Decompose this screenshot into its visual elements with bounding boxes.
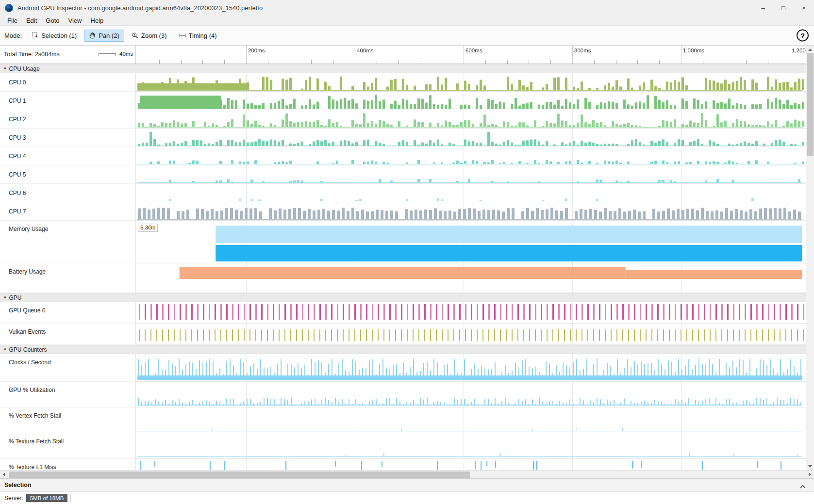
selection-mode-label: Selection (1): [41, 32, 77, 39]
track-chart-battery-usage[interactable]: [136, 263, 806, 293]
close-button[interactable]: ×: [794, 0, 814, 16]
track-chart-texture-l1-miss[interactable]: [136, 459, 806, 470]
track-row-texture-fetch-stall: % Texture Fetch Stall: [0, 433, 806, 459]
zoom-mode-label: Zoom (3): [141, 32, 167, 39]
ruler-tick-label: 1,000ms: [683, 48, 704, 53]
menu-item-view[interactable]: View: [64, 17, 86, 24]
ruler-chart[interactable]: 200ms400ms600ms800ms1,000ms1,200ms: [136, 46, 806, 64]
scroll-left-arrow-icon[interactable]: [0, 471, 8, 478]
scroll-up-arrow-icon[interactable]: [806, 46, 814, 53]
minimize-button[interactable]: –: [753, 0, 773, 16]
menu-item-help[interactable]: Help: [86, 17, 108, 24]
ruler-tick-label: 600ms: [465, 48, 482, 53]
server-memory-badge: 5MB of 18MB: [26, 494, 68, 502]
vertical-scrollbar[interactable]: [806, 46, 814, 470]
app-logo-icon: [5, 4, 13, 12]
ruler-tick-label: 400ms: [357, 48, 374, 53]
collapse-triangle-icon: ▾: [4, 347, 6, 352]
track-chart-cpu-6[interactable]: [136, 184, 806, 202]
track-label: CPU 0: [0, 73, 136, 92]
group-header-cpu-usage[interactable]: ▾CPU Usage: [0, 64, 806, 73]
scale-label: 40ms: [119, 51, 133, 57]
track-chart-memory-usage[interactable]: [136, 221, 806, 263]
pan-hand-icon: [89, 32, 96, 39]
track-row-cpu-6: CPU 6: [0, 184, 806, 202]
horizontal-scrollbar[interactable]: [0, 470, 814, 478]
track-row-vertex-fetch-stall: % Vertex Fetch Stall: [0, 407, 806, 433]
track-label: % Vertex Fetch Stall: [0, 407, 136, 433]
track-chart-cpu-5[interactable]: [136, 165, 806, 184]
track-chart-cpu-4[interactable]: [136, 147, 806, 165]
track-row-texture-l1-miss: % Texture L1 Miss: [0, 459, 806, 470]
memory-value-label: 5.3Gb: [138, 224, 158, 232]
track-label: % Texture Fetch Stall: [0, 433, 136, 459]
menu-item-edit[interactable]: Edit: [22, 17, 41, 24]
timing-mode-button[interactable]: Timing (4): [174, 30, 222, 42]
track-chart-gpu-utilization[interactable]: [136, 382, 806, 407]
track-row-cpu-3: CPU 3: [0, 129, 806, 147]
track-label: CPU 3: [0, 129, 136, 147]
ruler-tick-label: 200ms: [248, 48, 265, 53]
zoom-mode-button[interactable]: Zoom (3): [127, 30, 172, 42]
window-controls: – □ ×: [753, 0, 814, 16]
total-time-label: Total Time: 2s084ms: [4, 51, 60, 58]
titlebar: Android GPU Inspector - com.google.andro…: [0, 0, 814, 16]
track-label: CPU 1: [0, 92, 136, 110]
mode-label: Mode:: [4, 32, 22, 39]
track-chart-clocks-second[interactable]: [136, 354, 806, 382]
toolbar: Mode: Selection (1) Pan (2) Zoom (3) Tim…: [0, 25, 814, 46]
statusbar: Server: 5MB of 18MB: [0, 491, 814, 504]
selection-icon: [32, 32, 38, 39]
server-label: Server:: [4, 495, 23, 502]
track-row-cpu-0: CPU 0: [0, 73, 806, 92]
group-header-gpu[interactable]: ▾GPU: [0, 293, 806, 302]
track-row-gpu-utilization: GPU % Utilization: [0, 382, 806, 407]
track-label: Battery Usage: [0, 263, 136, 293]
track-chart-vertex-fetch-stall[interactable]: [136, 407, 806, 433]
scroll-down-arrow-icon[interactable]: [806, 463, 814, 470]
track-label: CPU 2: [0, 110, 136, 129]
scroll-right-arrow-icon[interactable]: [806, 471, 814, 478]
ruler-tick-label: 800ms: [574, 48, 591, 53]
track-chart-cpu-3[interactable]: [136, 129, 806, 147]
timing-mode-label: Timing (4): [189, 32, 217, 39]
help-button[interactable]: ?: [797, 30, 809, 42]
track-chart-texture-fetch-stall[interactable]: [136, 433, 806, 459]
track-chart-vulkan-events[interactable]: [136, 324, 806, 345]
maximize-button[interactable]: □: [773, 0, 794, 16]
track-label: GPU Queue 0: [0, 302, 136, 324]
menu-item-goto[interactable]: Goto: [41, 17, 64, 24]
group-label: GPU: [9, 294, 22, 301]
track-label: GPU % Utilization: [0, 382, 136, 407]
track-row-cpu-7: CPU 7: [0, 202, 806, 221]
track-label: Clocks / Second: [0, 354, 136, 382]
ruler-left-panel: Total Time: 2s084ms 40ms: [0, 46, 136, 64]
selection-mode-button[interactable]: Selection (1): [27, 30, 82, 42]
track-chart-cpu-1[interactable]: [136, 92, 806, 110]
selection-panel-title: Selection: [4, 482, 32, 488]
track-label: CPU 6: [0, 184, 136, 202]
track-row-cpu-4: CPU 4: [0, 147, 806, 165]
menubar: File Edit Goto View Help: [0, 16, 814, 25]
track-label: CPU 5: [0, 165, 136, 184]
menu-item-file[interactable]: File: [3, 17, 22, 24]
pan-mode-button[interactable]: Pan (2): [84, 30, 124, 42]
track-label: CPU 7: [0, 202, 136, 221]
tracks-container: ▾CPU UsageCPU 0CPU 1CPU 2CPU 3CPU 4CPU 5…: [0, 64, 806, 470]
track-row-clocks-second: Clocks / Second: [0, 354, 806, 382]
track-row-battery-usage: Battery Usage: [0, 263, 806, 293]
timing-icon: [179, 32, 186, 39]
zoom-magnifier-icon: [132, 32, 138, 39]
horizontal-scrollbar-thumb[interactable]: [9, 471, 470, 478]
group-header-gpu-counters[interactable]: ▾GPU Counters: [0, 345, 806, 354]
track-chart-cpu-7[interactable]: [136, 202, 806, 221]
app-window: Android GPU Inspector - com.google.andro…: [0, 0, 814, 504]
track-chart-cpu-2[interactable]: [136, 110, 806, 129]
vertical-scrollbar-thumb[interactable]: [807, 53, 814, 156]
track-chart-cpu-0[interactable]: [136, 73, 806, 92]
track-chart-gpu-queue-0[interactable]: [136, 302, 806, 324]
track-label: % Texture L1 Miss: [0, 459, 136, 470]
chevron-up-icon[interactable]: [799, 482, 806, 491]
selection-panel-header[interactable]: Selection: [0, 478, 814, 491]
status-divider: [70, 494, 71, 502]
